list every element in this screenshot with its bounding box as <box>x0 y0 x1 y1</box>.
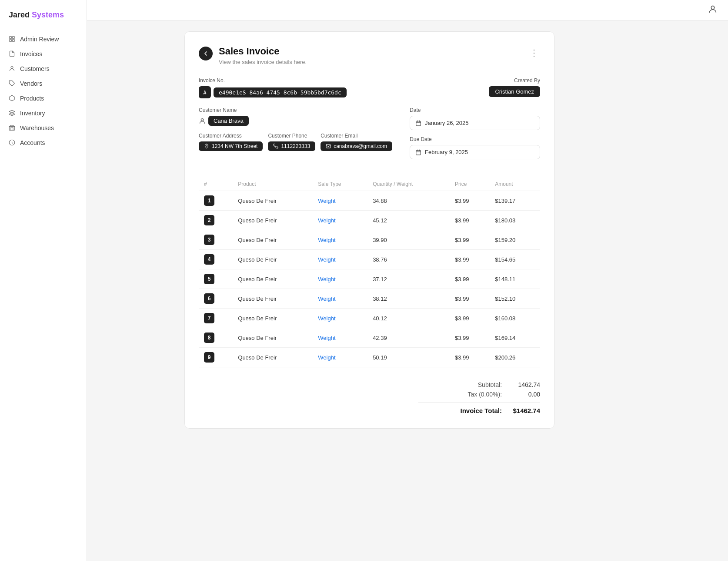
due-date-input[interactable]: February 9, 2025 <box>410 145 540 159</box>
cell-product: Queso De Freir <box>233 269 313 289</box>
cell-amount: $159.20 <box>490 230 540 250</box>
invoice-no-group: Invoice No. # e490e1eS-84a6-4745-8c6b-59… <box>199 77 347 98</box>
svg-rect-17 <box>416 150 421 155</box>
invoice-table: # Product Sale Type Quantity / Weight Pr… <box>199 178 540 367</box>
person-icon <box>199 118 206 124</box>
customer-date-section: Customer Name Cana Brava Customer Addres… <box>199 107 540 165</box>
cell-price: $3.99 <box>450 230 490 250</box>
cell-sale-type: Weight <box>313 211 367 230</box>
cell-quantity: 37.12 <box>367 269 450 289</box>
customer-email-group: Customer Email canabrava@gmail.com <box>321 133 392 151</box>
sidebar-item-accounts[interactable]: Accounts <box>0 135 87 150</box>
cell-num: 3 <box>199 230 233 250</box>
logo-first: Jared <box>9 10 30 19</box>
sidebar-item-label: Inventory <box>20 110 45 117</box>
sale-type-link[interactable]: Weight <box>318 296 335 302</box>
sidebar-item-inventory[interactable]: Inventory <box>0 106 87 121</box>
user-icon <box>9 65 16 72</box>
sidebar-item-customers[interactable]: Customers <box>0 61 87 76</box>
layers-icon <box>9 110 16 117</box>
cell-sale-type: Weight <box>313 250 367 269</box>
sale-type-link[interactable]: Weight <box>318 335 335 341</box>
sidebar-item-label: Customers <box>20 65 50 72</box>
cell-product: Queso De Freir <box>233 309 313 328</box>
totals-section: Subtotal: 1462.74 Tax (0.00%): 0.00 Invo… <box>199 378 540 414</box>
table-row: 1 Queso De Freir Weight 34.88 $3.99 $139… <box>199 191 540 211</box>
tax-row: Tax (0.00%): 0.00 <box>418 391 540 398</box>
cell-num: 1 <box>199 191 233 211</box>
sidebar-item-products[interactable]: Products <box>0 91 87 106</box>
sidebar-item-invoices[interactable]: Invoices <box>0 47 87 61</box>
sidebar-item-label: Invoices <box>20 50 42 57</box>
cell-sale-type: Weight <box>313 328 367 348</box>
sidebar-item-admin-review[interactable]: Admin Review <box>0 32 87 47</box>
cell-num: 4 <box>199 250 233 269</box>
sidebar-item-label: Accounts <box>20 139 45 146</box>
cell-quantity: 45.12 <box>367 211 450 230</box>
sale-type-link[interactable]: Weight <box>318 276 335 282</box>
created-by-section: Created By Cristian Gomez <box>489 77 540 97</box>
sale-type-link[interactable]: Weight <box>318 354 335 361</box>
sale-type-link[interactable]: Weight <box>318 237 335 243</box>
customer-email-label: Customer Email <box>321 133 392 139</box>
cell-price: $3.99 <box>450 250 490 269</box>
svg-rect-2 <box>10 40 11 41</box>
due-date-value: February 9, 2025 <box>425 149 468 155</box>
sidebar-item-warehouses[interactable]: Warehouses <box>0 121 87 135</box>
back-button[interactable] <box>199 47 213 60</box>
customer-email-badge: canabrava@gmail.com <box>321 141 392 151</box>
more-options-button[interactable]: ⋮ <box>528 46 540 60</box>
sale-type-link[interactable]: Weight <box>318 198 335 204</box>
customer-left: Customer Name Cana Brava Customer Addres… <box>199 107 392 151</box>
sale-type-link[interactable]: Weight <box>318 217 335 224</box>
invoice-total-value: $1462.74 <box>505 407 540 414</box>
cell-amount: $139.17 <box>490 191 540 211</box>
cell-amount: $169.14 <box>490 328 540 348</box>
cell-price: $3.99 <box>450 191 490 211</box>
grid-icon <box>9 36 16 43</box>
cell-product: Queso De Freir <box>233 230 313 250</box>
invoice-no-section: Invoice No. # e490e1eS-84a6-4745-8c6b-59… <box>199 77 540 98</box>
created-by-badge: Cristian Gomez <box>489 86 540 97</box>
box-icon <box>9 95 16 102</box>
sale-type-link[interactable]: Weight <box>318 315 335 322</box>
total-divider <box>418 402 540 403</box>
table-row: 6 Queso De Freir Weight 38.12 $3.99 $152… <box>199 289 540 309</box>
cell-sale-type: Weight <box>313 348 367 367</box>
date-label: Date <box>410 107 540 113</box>
calendar-icon <box>415 120 421 126</box>
cell-sale-type: Weight <box>313 230 367 250</box>
svg-marker-6 <box>9 110 15 113</box>
cell-product: Queso De Freir <box>233 328 313 348</box>
file-icon <box>9 50 16 57</box>
customer-address-badge: 1234 NW 7th Street <box>199 141 263 151</box>
invoice-subtitle: View the sales invoice details here. <box>219 59 307 65</box>
sale-type-link[interactable]: Weight <box>318 256 335 263</box>
subtotal-value: 1462.74 <box>505 381 540 388</box>
topbar <box>87 0 728 21</box>
user-icon[interactable] <box>708 4 718 16</box>
logo-second: Systems <box>32 10 64 19</box>
table-row: 7 Queso De Freir Weight 40.12 $3.99 $160… <box>199 309 540 328</box>
due-calendar-icon <box>415 149 421 155</box>
cell-sale-type: Weight <box>313 191 367 211</box>
customer-name-label: Customer Name <box>199 107 392 113</box>
svg-point-10 <box>201 118 203 121</box>
customer-name-row: Cana Brava <box>199 116 392 126</box>
invoice-total-label: Invoice Total: <box>460 407 502 414</box>
col-header-quantity: Quantity / Weight <box>367 178 450 191</box>
svg-point-11 <box>206 145 207 146</box>
tax-value: 0.00 <box>505 391 540 398</box>
date-group: Date January 26, 2025 <box>410 107 540 130</box>
warehouse-icon <box>9 124 16 131</box>
sidebar-item-vendors[interactable]: Vendors <box>0 76 87 91</box>
date-input[interactable]: January 26, 2025 <box>410 116 540 130</box>
svg-rect-0 <box>10 37 11 38</box>
sidebar-item-label: Warehouses <box>20 124 54 131</box>
cell-num: 9 <box>199 348 233 367</box>
cell-quantity: 39.90 <box>367 230 450 250</box>
cell-price: $3.99 <box>450 328 490 348</box>
invoice-header: Sales Invoice View the sales invoice det… <box>199 46 540 65</box>
subtotal-label: Subtotal: <box>478 381 502 388</box>
table-header: # Product Sale Type Quantity / Weight Pr… <box>199 178 540 191</box>
